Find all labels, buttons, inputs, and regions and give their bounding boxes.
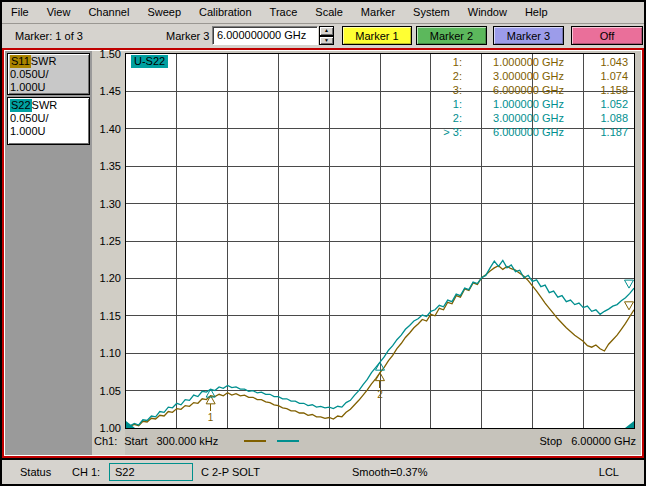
readout-row-s22: > 3:6.000000 GHz1.187	[428, 125, 628, 139]
readout-row-s11: 1:1.000000 GHz1.043	[428, 55, 628, 69]
trace-scale-label: 0.050U/	[10, 112, 87, 125]
status-measurement-box[interactable]: S22	[109, 463, 193, 481]
marker-frequency-stepper: ▲ ▼	[319, 26, 334, 45]
trace-format-label: SWR	[31, 55, 57, 67]
readout-row-s22: 1:1.000000 GHz1.052	[428, 97, 628, 111]
readout-value: 1.074	[580, 69, 628, 83]
y-tick-label: 1.15	[93, 310, 121, 322]
y-tick-label: 1.10	[93, 347, 121, 359]
trace-button-s11[interactable]: S11SWR0.050U/1.000U	[7, 53, 90, 95]
trace-button-s22[interactable]: S22SWR0.050U/1.000U	[7, 97, 90, 145]
menu-item-trace[interactable]: Trace	[261, 3, 307, 22]
readout-value: 1.187	[580, 125, 628, 139]
readout-marker-number: > 3:	[428, 125, 474, 139]
marker-toolbar: Marker: 1 of 3 Marker 3 6.000000000 GHz …	[2, 24, 644, 48]
status-bar: Status CH 1: S22 C 2-P SOLT Smooth=0.37%…	[2, 460, 644, 484]
trace-scale-label: 0.050U/	[10, 68, 87, 81]
menu-item-sweep[interactable]: Sweep	[138, 3, 190, 22]
marker-3-glyph[interactable]	[625, 302, 634, 310]
y-tick-label: 1.35	[93, 160, 121, 172]
menu-item-system[interactable]: System	[404, 3, 459, 22]
menu-item-help[interactable]: Help	[516, 3, 557, 22]
menu-bar: FileViewChannelSweepCalibrationTraceScal…	[2, 2, 644, 24]
readout-value: 1.043	[580, 55, 628, 69]
y-tick-label: 1.05	[93, 385, 121, 397]
stop-value: 6.00000 GHz	[571, 435, 636, 447]
readout-row-s11: 2:3.000000 GHz1.074	[428, 69, 628, 83]
marker-readout-table: 1:1.000000 GHz1.0432:3.000000 GHz1.0743:…	[428, 55, 628, 139]
readout-value: 1.158	[580, 83, 628, 97]
readout-frequency: 1.000000 GHz	[474, 55, 580, 69]
channel-label: Ch1:	[94, 435, 117, 447]
readout-value: 1.088	[580, 111, 628, 125]
trace-ref-label: 1.000U	[10, 125, 87, 138]
marker-number-label: 2	[377, 389, 383, 400]
y-tick-label: 1.50	[93, 48, 121, 60]
trace-sidebar: S11SWR0.050U/1.000US22SWR0.050U/1.000U	[5, 51, 92, 455]
s22-trace-legend	[277, 440, 299, 442]
start-label: Start	[124, 435, 147, 447]
readout-marker-number: 2:	[428, 69, 474, 83]
readout-marker-number: 3:	[428, 83, 474, 97]
lcl-mode-label: LCL	[599, 466, 619, 478]
marker-2-button[interactable]: Marker 2	[416, 26, 487, 45]
status-channel-label: CH 1:	[72, 466, 100, 478]
readout-frequency: 6.000000 GHz	[474, 83, 580, 97]
readout-marker-number: 1:	[428, 97, 474, 111]
analyzer-screen: FileViewChannelSweepCalibrationTraceScal…	[0, 0, 646, 486]
channel-footer: Ch1: Start 300.000 kHz Stop 6.00000 GHz	[94, 432, 638, 450]
stepper-down-button[interactable]: ▼	[319, 36, 334, 46]
readout-frequency: 6.000000 GHz	[474, 125, 580, 139]
readout-frequency: 3.000000 GHz	[474, 69, 580, 83]
y-tick-label: 1.30	[93, 198, 121, 210]
readout-value: 1.052	[580, 97, 628, 111]
menu-item-window[interactable]: Window	[459, 3, 516, 22]
readout-frequency: 1.000000 GHz	[474, 97, 580, 111]
stop-label: Stop	[540, 435, 563, 447]
smoothing-label: Smooth=0.37%	[352, 466, 428, 478]
menu-item-scale[interactable]: Scale	[306, 3, 352, 22]
marker-3-glyph[interactable]	[625, 280, 634, 288]
menu-item-marker[interactable]: Marker	[352, 3, 404, 22]
y-tick-label: 1.40	[93, 123, 121, 135]
menu-item-calibration[interactable]: Calibration	[190, 3, 261, 22]
menu-item-file[interactable]: File	[2, 3, 38, 22]
measurement-display: S11SWR0.050U/1.000US22SWR0.050U/1.000U 1…	[2, 48, 644, 458]
sweep-stop-indicator	[625, 421, 634, 428]
menu-item-view[interactable]: View	[38, 3, 80, 22]
readout-marker-number: 1:	[428, 55, 474, 69]
marker-frequency-input[interactable]: 6.000000000 GHz	[212, 26, 318, 45]
marker-number-label: 1	[208, 412, 214, 423]
marker-entry-label: Marker 3	[166, 30, 209, 42]
stepper-up-button[interactable]: ▲	[319, 26, 334, 36]
marker-status-label: Marker: 1 of 3	[15, 30, 83, 42]
cal-status-label: C 2-P SOLT	[201, 466, 260, 478]
y-tick-label: 1.25	[93, 235, 121, 247]
y-tick-label: 1.45	[93, 85, 121, 97]
trace-ref-label: 1.000U	[10, 81, 87, 94]
trace-id-tag: S11	[10, 55, 31, 68]
active-trace-label: U-S22	[131, 55, 168, 68]
readout-marker-number: 2:	[428, 111, 474, 125]
readout-frequency: 3.000000 GHz	[474, 111, 580, 125]
s11-trace-legend	[244, 440, 266, 442]
y-axis-labels: 1.501.451.401.351.301.251.201.151.101.05…	[92, 51, 125, 455]
status-label: Status	[20, 466, 51, 478]
off-button[interactable]: Off	[571, 26, 643, 45]
start-value: 300.000 kHz	[156, 435, 218, 447]
marker-3-button[interactable]: Marker 3	[493, 26, 564, 45]
readout-row-s22: 2:3.000000 GHz1.088	[428, 111, 628, 125]
trace-id-tag: S22	[10, 99, 32, 112]
swr-chart: U-S22 1:1.000000 GHz1.0432:3.000000 GHz1…	[125, 53, 635, 429]
readout-row-s11: 3:6.000000 GHz1.158	[428, 83, 628, 97]
y-tick-label: 1.20	[93, 272, 121, 284]
trace-format-label: SWR	[32, 99, 58, 111]
marker-1-button[interactable]: Marker 1	[342, 26, 412, 45]
menu-item-channel[interactable]: Channel	[79, 3, 138, 22]
